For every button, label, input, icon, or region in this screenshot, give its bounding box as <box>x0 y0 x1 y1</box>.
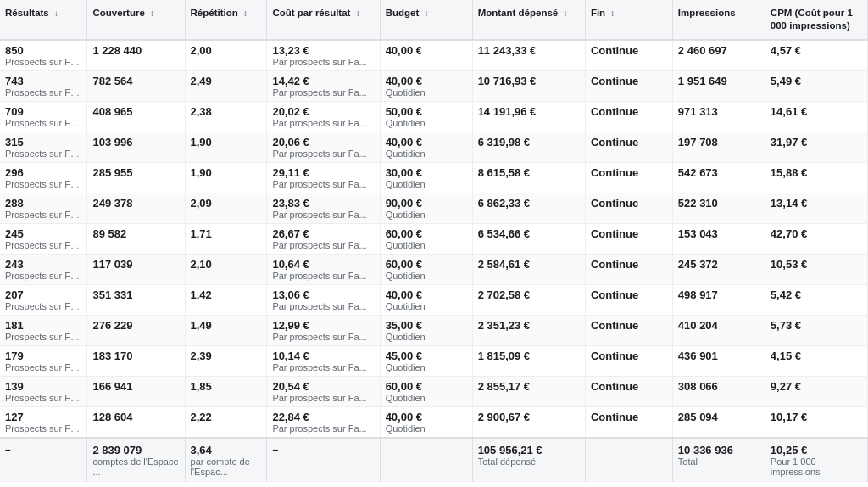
cell-couverture-main: 285 955 <box>92 166 179 179</box>
cell-impressions: 522 310 <box>672 193 765 223</box>
cell-fin: Continue <box>585 254 672 284</box>
footer-repetition-sub: par compte de l'Espac... <box>191 456 262 477</box>
footer-fin <box>585 438 672 482</box>
table-row: 181Prospects sur Faceb...276 2291,4912,9… <box>0 315 868 345</box>
table-footer-row: – 2 839 079 comptes de l'Espace ... 3,64… <box>0 438 868 482</box>
col-header-cout[interactable]: Coût par résultat ↕ <box>267 0 380 40</box>
cell-budget-main: 35,00 € <box>386 319 467 332</box>
footer-couverture-sub: comptes de l'Espace ... <box>92 456 179 477</box>
cell-couverture-main: 117 039 <box>92 258 179 271</box>
cell-couverture-main: 1 228 440 <box>92 44 179 57</box>
cell-cpm-main: 15,88 € <box>771 166 862 179</box>
cell-budget-main: 40,00 € <box>386 75 467 87</box>
col-header-montant[interactable]: Montant dépensé ↕ <box>472 0 585 40</box>
footer-budget <box>380 438 472 482</box>
cell-budget-sub: Quotidien <box>386 271 467 281</box>
cell-cout-sub: Par prospects sur Fa... <box>272 210 374 220</box>
cell-impressions: 285 094 <box>672 406 765 438</box>
cell-budget-sub: Quotidien <box>386 240 467 250</box>
cell-fin-main: Continue <box>591 350 667 362</box>
cell-fin-main: Continue <box>591 44 667 57</box>
cell-montant-main: 2 584,61 € <box>478 258 580 271</box>
footer-cpm-value: 10,25 € <box>771 444 862 456</box>
col-header-resultats[interactable]: Résultats ↓ <box>0 0 87 40</box>
cell-budget-sub: Quotidien <box>386 87 467 98</box>
cell-repetition-main: 1,90 <box>191 166 262 179</box>
cell-montant: 14 191,96 € <box>472 101 585 132</box>
footer-impressions-value: 10 336 936 <box>678 444 760 456</box>
col-header-fin[interactable]: Fin ↕ <box>585 0 672 40</box>
col-header-impressions[interactable]: Impressions <box>672 0 765 40</box>
cell-montant: 10 716,93 € <box>472 70 585 101</box>
cell-budget-sub: Quotidien <box>386 210 467 220</box>
cell-budget-sub: Quotidien <box>386 393 467 403</box>
cell-budget: 40,00 €Quotidien <box>380 406 472 438</box>
cell-resultats-main: 709 <box>5 105 81 118</box>
footer-couverture-value: 2 839 079 <box>92 444 179 456</box>
cell-couverture: 103 996 <box>87 132 185 162</box>
cell-budget-sub: Quotidien <box>386 362 467 372</box>
cell-cpm: 4,57 € <box>765 40 867 71</box>
cell-resultats-main: 181 <box>5 319 81 332</box>
cell-cout: 13,06 €Par prospects sur Fa... <box>267 284 380 315</box>
cell-cout: 10,14 €Par prospects sur Fa... <box>267 345 380 376</box>
col-header-budget[interactable]: Budget ↕ <box>380 0 472 40</box>
cell-budget-main: 30,00 € <box>386 166 467 179</box>
cell-budget-sub: Quotidien <box>386 332 467 342</box>
col-header-cpm[interactable]: CPM (Coût pour 1 000 impressions) <box>765 0 867 40</box>
cell-couverture-main: 782 564 <box>92 75 179 87</box>
cell-cpm-main: 4,15 € <box>771 350 862 362</box>
cell-cpm: 14,61 € <box>765 101 867 132</box>
cell-resultats-sub: Prospects sur Faceb... <box>5 362 81 372</box>
cell-cout-sub: Par prospects sur Fa... <box>272 57 374 67</box>
footer-montant-sub: Total dépensé <box>478 456 580 467</box>
footer-couverture: 2 839 079 comptes de l'Espace ... <box>87 438 185 482</box>
cell-montant-main: 10 716,93 € <box>478 75 580 87</box>
cell-repetition-main: 2,39 <box>191 350 262 362</box>
cell-cpm-main: 10,53 € <box>771 258 862 271</box>
cell-couverture-main: 408 965 <box>92 105 179 118</box>
col-header-couverture[interactable]: Couverture ↕ <box>87 0 185 40</box>
sort-icon-cout: ↕ <box>356 8 360 19</box>
cell-budget: 35,00 €Quotidien <box>380 315 472 345</box>
cell-cpm-main: 4,57 € <box>771 44 862 57</box>
cell-repetition: 2,10 <box>185 254 267 284</box>
cell-impressions-main: 436 901 <box>678 350 760 362</box>
table-row: 296Prospects sur Faceb...285 9551,9029,1… <box>0 162 868 193</box>
cell-repetition: 2,09 <box>185 193 267 223</box>
cell-resultats-sub: Prospects sur Faceb... <box>5 210 81 220</box>
footer-resultats: – <box>0 438 87 482</box>
cell-budget-main: 50,00 € <box>386 105 467 118</box>
cell-cout-main: 20,02 € <box>272 105 374 118</box>
cell-couverture: 351 331 <box>87 284 185 315</box>
cell-montant-main: 2 351,23 € <box>478 319 580 332</box>
cell-montant: 1 815,09 € <box>472 345 585 376</box>
cell-repetition-main: 2,00 <box>191 44 262 57</box>
cell-budget: 40,00 €Quotidien <box>380 70 472 101</box>
col-header-repetition[interactable]: Répétition ↕ <box>185 0 267 40</box>
cell-resultats-sub: Prospects sur Faceb... <box>5 148 81 159</box>
cell-cout: 20,54 €Par prospects sur Fa... <box>267 376 380 406</box>
sort-icon-budget: ↕ <box>424 8 428 19</box>
cell-resultats-main: 127 <box>5 411 81 423</box>
cell-budget-sub: Quotidien <box>386 301 467 311</box>
cell-cout-sub: Par prospects sur Fa... <box>272 301 374 311</box>
cell-budget-main: 90,00 € <box>386 197 467 210</box>
cell-montant-main: 14 191,96 € <box>478 105 580 118</box>
cell-resultats-main: 245 <box>5 227 81 240</box>
cell-impressions: 2 460 697 <box>672 40 765 71</box>
cell-cout-main: 12,99 € <box>272 319 374 332</box>
footer-repetition-value: 3,64 <box>191 444 262 456</box>
cell-couverture: 166 941 <box>87 376 185 406</box>
col-label-impressions: Impressions <box>678 8 736 18</box>
cell-repetition-main: 1,49 <box>191 319 262 332</box>
cell-repetition: 1,90 <box>185 132 267 162</box>
cell-couverture: 408 965 <box>87 101 185 132</box>
cell-montant: 6 319,98 € <box>472 132 585 162</box>
cell-fin: Continue <box>585 284 672 315</box>
cell-resultats-main: 179 <box>5 350 81 362</box>
cell-cpm: 42,70 € <box>765 223 867 254</box>
cell-resultats-main: 743 <box>5 75 81 87</box>
cell-cout: 13,23 €Par prospects sur Fa... <box>267 40 380 71</box>
footer-repetition: 3,64 par compte de l'Espac... <box>185 438 267 482</box>
